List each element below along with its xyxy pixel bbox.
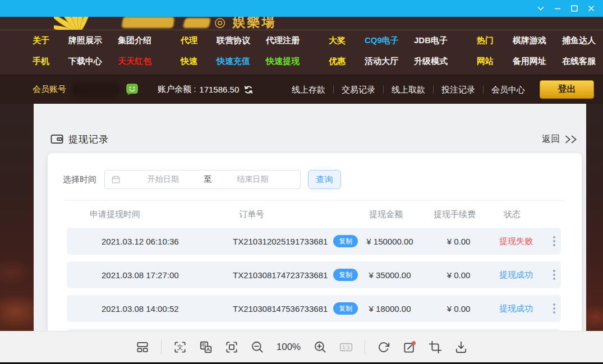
link-online-deposit[interactable]: 线上存款 — [284, 85, 334, 94]
row-amount: ¥ 150000.00 — [348, 237, 432, 246]
crop-icon[interactable] — [428, 340, 443, 354]
nav-row-1: 关于 牌照展示 集团介绍 代理 联营协议 代理注册 大奖 CQ9电子 JDB电子… — [0, 30, 603, 51]
content-panel: 提现记录 返回 选择时间 — [34, 104, 586, 331]
nav-item-jackpot[interactable]: 大奖 — [329, 35, 365, 46]
nav-item-alliance[interactable]: 联营协议 — [217, 35, 266, 46]
close-icon[interactable] — [583, 2, 600, 15]
rotate-icon[interactable] — [376, 340, 391, 354]
nav-item-backup-url[interactable]: 备用网址 — [513, 56, 562, 67]
logo-text-fragment — [122, 17, 175, 28]
date-range-input[interactable]: 开始日期 至 结束日期 — [104, 170, 301, 189]
nav-item-jdb[interactable]: JDB电子 — [414, 35, 477, 46]
balance-label: 账户余额 : — [158, 84, 196, 95]
link-bet-records[interactable]: 投注记录 — [434, 85, 484, 94]
nav-item-agent[interactable]: 代理 — [181, 35, 217, 46]
site-navigation: ◎ 娱樂場 关于 牌照展示 集团介绍 代理 联营协议 代理注册 大奖 CQ9电子… — [0, 17, 603, 75]
refresh-balance-icon[interactable] — [243, 85, 254, 95]
translate-icon[interactable]: 甲 A — [199, 340, 213, 354]
actual-size-icon[interactable]: 1:1 — [339, 340, 353, 354]
link-member-center[interactable]: 会员中心 — [484, 85, 533, 94]
member-account-label: 会员账号 — [33, 84, 66, 95]
header-status: 状态 — [481, 209, 543, 220]
site-logo: ◎ 娱樂場 — [0, 17, 603, 30]
view-mode-icon[interactable] — [135, 340, 150, 354]
ocr-icon[interactable]: 文 — [173, 340, 187, 354]
zoom-in-icon[interactable] — [313, 340, 328, 354]
double-chevron-right-icon — [564, 135, 578, 144]
filter-row: 选择时间 开始日期 至 结束日期 查询 — [63, 170, 567, 189]
nav-item-hot[interactable]: 热门 — [477, 35, 513, 46]
page-header: 提现记录 返回 — [50, 132, 578, 146]
row-order-no: TX210308174723733681 — [233, 270, 328, 280]
nav-row-2: 手机 下载中心 天天红包 快速 快速充值 快速提现 优惠 活动大厅 升级模式 网… — [0, 51, 603, 72]
row-fee: ¥ 0.00 — [432, 304, 485, 314]
nav-item-fishing[interactable]: 捕鱼达人 — [562, 35, 603, 46]
table-header: 申请提现时间 订单号 提现金额 提现手续费 状态 — [63, 201, 567, 228]
nav-item-license[interactable]: 牌照展示 — [68, 35, 118, 46]
row-order-no: TX210312025191733681 — [233, 237, 328, 246]
status-badge: 提现成功 — [485, 270, 547, 280]
status-badge: 提现失败 — [485, 236, 547, 247]
nav-item-mobile[interactable]: 手机 — [33, 56, 68, 67]
nav-item-quick[interactable]: 快速 — [181, 56, 217, 67]
nav-item-about[interactable]: 关于 — [33, 35, 68, 46]
svg-text:文: 文 — [177, 344, 183, 351]
nav-item-agent-register[interactable]: 代理注册 — [266, 35, 329, 46]
nav-item-activity-hall[interactable]: 活动大厅 — [365, 56, 414, 67]
nav-item-quick-withdraw[interactable]: 快速提现 — [266, 56, 329, 67]
toolbar-divider — [365, 340, 365, 354]
header-order-no: 订单号 — [229, 209, 344, 220]
nav-item-website[interactable]: 网站 — [477, 56, 513, 67]
account-balance: 账户余额 : 171586.50 — [158, 84, 254, 95]
nav-item-red-packet[interactable]: 天天红包 — [118, 56, 181, 67]
back-button[interactable]: 返回 — [542, 133, 578, 145]
search-button[interactable]: 查询 — [308, 170, 341, 189]
maximize-icon[interactable] — [566, 2, 583, 15]
fit-window-icon[interactable] — [224, 340, 239, 354]
back-label: 返回 — [542, 133, 560, 145]
edit-icon[interactable] — [402, 340, 417, 354]
date-range-separator: 至 — [204, 174, 212, 185]
row-actions-menu[interactable] — [547, 236, 561, 246]
nav-item-cq9[interactable]: CQ9电子 — [365, 35, 414, 46]
message-icon[interactable] — [126, 83, 139, 96]
end-date-placeholder: 结束日期 — [212, 174, 294, 185]
zoom-level[interactable]: 100% — [276, 342, 302, 353]
filter-label: 选择时间 — [63, 174, 96, 185]
zoom-out-icon[interactable] — [250, 340, 265, 354]
nav-item-board-games[interactable]: 棋牌游戏 — [513, 35, 562, 46]
start-date-placeholder: 开始日期 — [122, 174, 204, 185]
logout-button[interactable]: 登出 — [540, 80, 594, 99]
calendar-icon — [112, 175, 120, 184]
table-row: 2021.03.08 14:00:52 TX210308147536733681… — [67, 295, 561, 322]
svg-text:A: A — [206, 347, 210, 352]
row-actions-menu[interactable] — [547, 270, 561, 280]
row-time: 2021.03.08 14:00:52 — [84, 304, 233, 314]
download-icon[interactable] — [454, 340, 468, 354]
main-background: 提现记录 返回 选择时间 — [0, 104, 603, 331]
nav-item-group-intro[interactable]: 集团介绍 — [118, 35, 181, 46]
withdraw-records-card: 选择时间 开始日期 至 结束日期 查询 — [48, 153, 582, 331]
chevron-down-icon[interactable] — [532, 2, 549, 15]
link-transaction-records[interactable]: 交易记录 — [334, 85, 384, 94]
account-bar: 会员账号 账户余额 : 171586.50 线上存款 交易记录 线上取款 投注记… — [0, 75, 603, 104]
row-fee: ¥ 0.00 — [432, 237, 485, 246]
nav-item-upgrade-mode[interactable]: 升级模式 — [414, 56, 477, 67]
withdraw-record-icon — [50, 133, 63, 145]
window-titlebar — [0, 0, 603, 17]
member-username-redacted — [72, 82, 120, 97]
table-row: 2021.03.12 06:10:36 TX210312025191733681… — [67, 228, 561, 255]
row-amount: ¥ 35000.00 — [348, 270, 432, 280]
link-online-withdraw[interactable]: 线上取款 — [384, 85, 434, 94]
nav-item-promo[interactable]: 优惠 — [329, 56, 365, 67]
row-amount: ¥ 18000.00 — [348, 304, 432, 314]
nav-item-download[interactable]: 下载中心 — [68, 56, 118, 67]
nav-item-quick-deposit[interactable]: 快速充值 — [217, 56, 266, 67]
header-amount: 提现金额 — [344, 209, 428, 220]
header-fee: 提现手续费 — [428, 209, 481, 220]
app-window: ◎ 娱樂場 关于 牌照展示 集团介绍 代理 联营协议 代理注册 大奖 CQ9电子… — [0, 0, 603, 364]
nav-item-online-service[interactable]: 在线客服 — [562, 56, 603, 67]
minimize-icon[interactable] — [549, 2, 566, 15]
balance-value: 171586.50 — [199, 85, 239, 94]
row-actions-menu[interactable] — [547, 303, 561, 314]
